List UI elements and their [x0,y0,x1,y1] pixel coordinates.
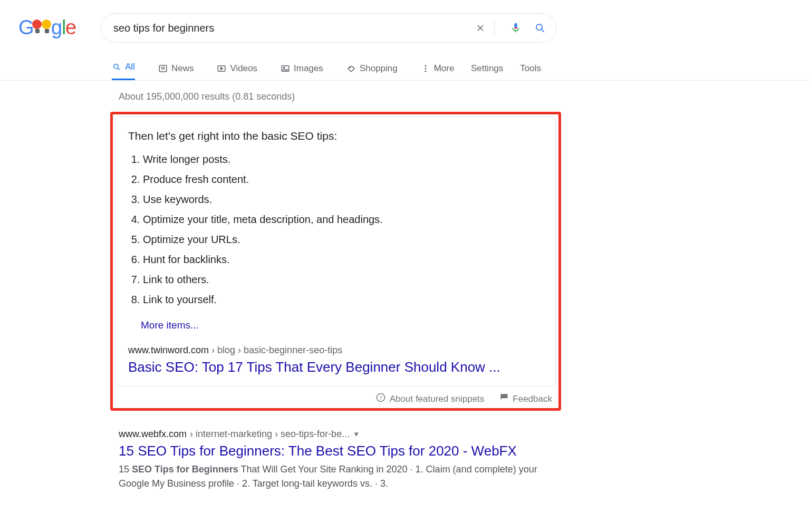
cite-path: › internet-marketing › seo-tips-for-be..… [190,429,350,440]
more-icon [421,64,430,73]
result-stats: About 195,000,000 results (0.81 seconds) [119,91,580,102]
svg-point-10 [425,71,426,72]
settings-link[interactable]: Settings [471,63,503,74]
shopping-icon [346,64,356,73]
tab-all[interactable]: All [112,62,135,80]
tab-videos[interactable]: Videos [217,63,257,80]
news-icon [158,64,168,73]
bulb-icon [42,20,52,35]
svg-marker-4 [221,67,223,70]
result-cite: www.webfx.com › internet-marketing › seo… [119,429,551,440]
cite-domain: www.twinword.com [128,345,209,355]
cite-domain: www.webfx.com [119,429,187,440]
result-description: 15 SEO Tips for Beginners That Will Get … [119,462,551,491]
search-bar[interactable] [100,13,556,43]
svg-point-6 [284,67,285,68]
tab-label: Videos [230,63,257,74]
list-item: Optimize your URLs. [143,232,543,247]
about-snippets-label: About featured snippets [390,394,485,404]
search-icon[interactable] [534,22,546,34]
cite-path: › blog › basic-beginner-seo-tips [209,345,342,355]
feedback-link[interactable]: Feedback [500,393,552,404]
snippet-heading: Then let's get right into the basic SEO … [128,130,543,142]
list-item: Hunt for backlinks. [143,252,543,267]
bulb-icon [32,20,43,35]
featured-snippet-highlight: Then let's get right into the basic SEO … [110,112,561,411]
featured-snippet: Then let's get right into the basic SEO … [115,117,556,386]
dropdown-icon[interactable]: ▼ [353,430,360,438]
result-title-link[interactable]: 15 SEO Tips for Beginners: The Best SEO … [119,443,551,459]
about-snippets-link[interactable]: ? About featured snippets [376,393,485,405]
tab-label: More [434,63,455,74]
svg-point-7 [350,67,351,68]
list-item: Write longer posts. [143,152,543,167]
tab-label: All [125,62,135,72]
svg-point-8 [425,65,426,66]
result-title-link[interactable]: Basic SEO: Top 17 Tips That Every Beginn… [128,359,543,375]
snippet-list: Write longer posts. Produce fresh conten… [128,152,543,307]
list-item: Use keywords. [143,192,543,207]
tab-more[interactable]: More [421,63,455,80]
feedback-label: Feedback [513,394,552,404]
tabs-bar: All News Videos Images Shopping More Set… [0,57,810,81]
list-item: Optimize your title, meta description, a… [143,212,543,227]
divider [494,20,495,36]
feedback-icon [500,393,508,404]
search-result: www.webfx.com › internet-marketing › seo… [119,429,551,491]
help-icon: ? [376,393,385,405]
result-cite: www.twinword.com › blog › basic-beginner… [128,345,543,356]
tab-label: News [171,63,194,74]
google-logo[interactable]: G gle [18,18,71,37]
tab-label: Images [294,63,323,74]
voice-search-icon[interactable] [509,22,522,34]
clear-icon[interactable] [474,22,487,34]
video-icon [217,64,226,73]
list-item: Link to others. [143,272,543,287]
list-item: Produce fresh content. [143,172,543,187]
tab-shopping[interactable]: Shopping [346,63,398,80]
tab-news[interactable]: News [158,63,194,80]
tab-images[interactable]: Images [281,63,323,80]
list-item: Link to yourself. [143,292,543,307]
more-items-link[interactable]: More items... [141,320,199,331]
svg-text:?: ? [379,395,382,401]
image-icon [281,64,290,73]
search-input[interactable] [113,22,467,34]
tools-link[interactable]: Tools [520,63,541,74]
search-icon [112,62,121,72]
tab-label: Shopping [360,63,398,74]
svg-point-9 [425,68,426,70]
